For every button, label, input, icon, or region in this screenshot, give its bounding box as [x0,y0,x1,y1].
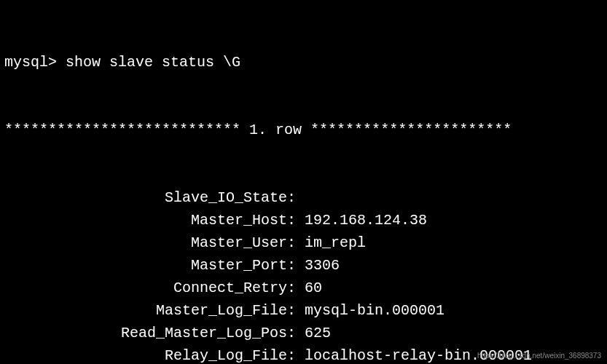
status-value: 625 [296,322,331,344]
command-line: mysql> show slave status \G [4,51,607,74]
status-label: Master_Host: [4,209,296,232]
separator-stars-left: *************************** [4,122,240,138]
terminal-output: mysql> show slave status \G ************… [4,6,607,364]
status-label: Slave_IO_State: [4,186,296,209]
status-label: Relay_Log_File: [4,344,296,364]
separator-stars-right: *********************** [310,122,512,138]
status-row: Master_User:im_repl [4,232,607,254]
status-label: Read_Master_Log_Pos: [4,322,296,344]
status-row: Read_Master_Log_Pos:625 [4,322,607,344]
row-number: 1. row [249,122,302,138]
status-row: Master_Log_File:mysql-bin.000001 [4,299,607,322]
status-row: Master_Port:3306 [4,254,607,277]
status-rows-container: Slave_IO_State:Master_Host:192.168.124.3… [4,186,607,364]
status-value [296,186,305,209]
status-label: Master_Port: [4,254,296,277]
status-value: 60 [296,277,322,299]
watermark-text: https://blog.csdn.net/weixin_36898373 [477,350,601,362]
status-value: 192.168.124.38 [296,209,427,232]
status-row: Slave_IO_State: [4,186,607,209]
status-row: Connect_Retry:60 [4,277,607,299]
command-text: show slave status \G [66,54,240,71]
status-row: Master_Host:192.168.124.38 [4,209,607,232]
status-label: Connect_Retry: [4,277,296,299]
status-value: im_repl [296,232,366,254]
status-value: 3306 [296,254,340,277]
status-label: Master_User: [4,232,296,254]
mysql-prompt: mysql> [4,54,57,71]
row-separator: *************************** 1. row *****… [4,119,607,141]
status-label: Master_Log_File: [4,299,296,322]
status-value: mysql-bin.000001 [296,299,445,322]
